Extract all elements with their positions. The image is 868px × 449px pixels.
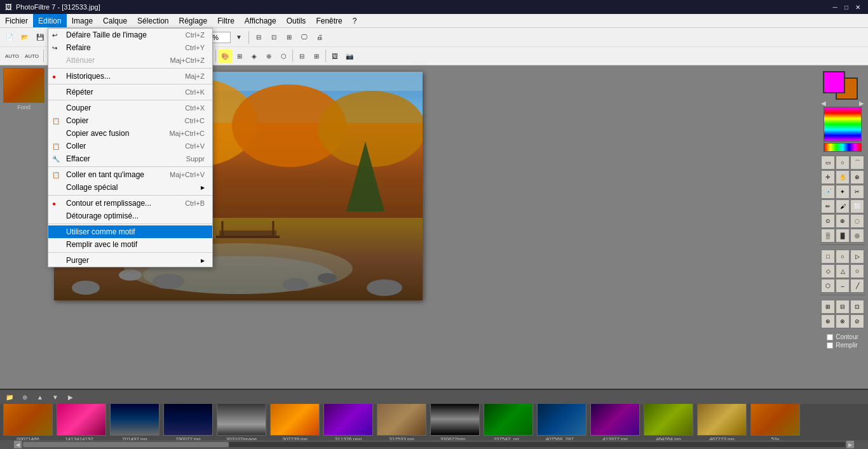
tri-shape-tool[interactable]: ▷: [850, 250, 864, 264]
r2-btn-12[interactable]: 🎨: [218, 49, 232, 63]
film-thumb-413977[interactable]: 413977.jpg: [590, 404, 641, 440]
tb-btn-11[interactable]: ⊡: [267, 30, 281, 44]
film-thumb-330622[interactable]: 330622Into...: [430, 404, 480, 440]
film-thumb-00021466[interactable]: 00021466: [3, 404, 53, 440]
transform-tool-3[interactable]: ⊡: [850, 300, 864, 314]
menu-outils[interactable]: Outils: [281, 14, 311, 27]
copier-item[interactable]: 📋 Copier Ctrl+C: [48, 114, 212, 127]
circle-shape-tool[interactable]: ○: [836, 250, 850, 264]
r2-btn-20[interactable]: 📷: [342, 49, 356, 63]
filmstrip-scrollbar[interactable]: [23, 442, 845, 447]
film-thumb-464264[interactable]: 464264.jpg: [643, 404, 694, 440]
remplir-motif-item[interactable]: Remplir avec le motif: [48, 238, 212, 251]
color-picker[interactable]: [824, 107, 862, 142]
r2-btn-18[interactable]: ⊞: [309, 49, 323, 63]
couper-item[interactable]: Couper Ctrl+X: [48, 102, 212, 114]
film-thumb-312533[interactable]: 312533.jpg: [376, 404, 427, 440]
tb-btn-10[interactable]: ⊟: [252, 30, 266, 44]
color-gradient-bar[interactable]: [824, 143, 862, 152]
film-thumb-311326[interactable]: 311326.png: [323, 404, 374, 440]
filmstrip-btn-1[interactable]: 📁: [3, 390, 17, 404]
menu-edition[interactable]: Edition: [33, 14, 67, 27]
filmstrip-btn-4[interactable]: ▼: [48, 390, 62, 404]
heal-tool[interactable]: ⊕: [836, 214, 850, 228]
film-thumb-307239[interactable]: 307239.jpg: [269, 404, 320, 440]
auto-btn-1[interactable]: AUTO: [3, 49, 22, 63]
zoom-tool[interactable]: ⊕: [850, 170, 864, 184]
maximize-button[interactable]: □: [841, 2, 851, 12]
tb-btn-13[interactable]: 🖵: [297, 30, 311, 44]
menu-fichier[interactable]: Fichier: [0, 14, 33, 27]
arrow-shape-tool[interactable]: △: [836, 264, 850, 278]
utiliser-motif-item[interactable]: Utiliser comme motif: [48, 225, 212, 238]
lasso-tool[interactable]: ⌒: [850, 156, 864, 170]
crop-tool[interactable]: ✂: [850, 185, 864, 199]
filmstrip-btn-5[interactable]: ▶: [64, 390, 78, 404]
transform-tool-6[interactable]: ⊘: [850, 314, 864, 328]
color-swatches[interactable]: [820, 68, 865, 100]
refaire-item[interactable]: ↪ Refaire Ctrl+Y: [48, 41, 212, 54]
select-rect-tool[interactable]: ▭: [821, 156, 835, 170]
film-thumb-1413414192[interactable]: 1413414192...: [56, 404, 107, 440]
line-tool[interactable]: ╱: [850, 279, 864, 293]
poly-shape-tool[interactable]: ⬡: [821, 279, 835, 293]
auto-btn-2[interactable]: AUTO: [22, 49, 41, 63]
scroll-right-btn[interactable]: ▶: [846, 441, 854, 448]
color-nav-right[interactable]: ▶: [859, 100, 864, 107]
save-button[interactable]: 💾: [33, 30, 47, 44]
bezier-tool[interactable]: ⌣: [836, 279, 850, 293]
film-thumb-53x[interactable]: 53x: [750, 404, 801, 440]
remplir-checkbox[interactable]: [827, 342, 833, 349]
r2-btn-16[interactable]: ⬡: [276, 49, 290, 63]
copier-fusion-item[interactable]: Copier avec fusion Maj+Ctrl+C: [48, 127, 212, 140]
transform-tool-4[interactable]: ⊕: [821, 314, 835, 328]
menu-reglage[interactable]: Réglage: [173, 14, 212, 27]
tb-btn-14[interactable]: 🖨: [313, 30, 327, 44]
color-nav-left[interactable]: ◀: [821, 100, 826, 107]
dodge-tool[interactable]: ◎: [850, 229, 864, 243]
eyedropper-tool[interactable]: 💉: [821, 185, 835, 199]
detourage-item[interactable]: Détourage optimisé...: [48, 210, 212, 222]
film-thumb-201492[interactable]: 201492.jpg: [109, 404, 160, 440]
scroll-left-btn[interactable]: ◀: [14, 441, 22, 448]
film-thumb-407568[interactable]: 407568_287...: [536, 404, 587, 440]
layer-thumbnail[interactable]: [3, 68, 44, 103]
coller-item[interactable]: 📋 Coller Ctrl+V: [48, 140, 212, 152]
effacer-item[interactable]: 🔧 Effacer Suppr: [48, 152, 212, 165]
foreground-color[interactable]: [823, 71, 845, 93]
eraser-tool[interactable]: ⬜: [850, 199, 864, 213]
open-button[interactable]: 📂: [18, 30, 32, 44]
film-thumb-303107[interactable]: 303107image: [216, 404, 267, 440]
wand-tool[interactable]: ✦: [836, 185, 850, 199]
hand-tool[interactable]: ✋: [836, 170, 850, 184]
menu-fenetre[interactable]: Fenêtre: [311, 14, 347, 27]
menu-image[interactable]: Image: [67, 14, 98, 27]
gradient-tool[interactable]: ▒: [821, 229, 835, 243]
collage-special-item[interactable]: Collage spécial ▶: [48, 181, 212, 194]
transform-tool-1[interactable]: ⊞: [821, 300, 835, 314]
filmstrip-btn-3[interactable]: ▲: [33, 390, 47, 404]
transform-tool-2[interactable]: ⊟: [836, 300, 850, 314]
film-thumb-467723[interactable]: 467723.jpg: [696, 404, 747, 440]
transform-tool-5[interactable]: ⊗: [836, 314, 850, 328]
rect-shape-tool[interactable]: □: [821, 250, 835, 264]
purger-item[interactable]: Purger ▶: [48, 254, 212, 267]
contour-remplissage-item[interactable]: ● Contour et remplissage... Ctrl+B: [48, 197, 212, 210]
diamond-shape-tool[interactable]: ◇: [821, 264, 835, 278]
contour-checkbox[interactable]: [827, 334, 833, 340]
blur-tool[interactable]: ◌: [850, 214, 864, 228]
select-circle-tool[interactable]: ○: [836, 156, 850, 170]
r2-btn-13[interactable]: ⊞: [233, 49, 247, 63]
clone-tool[interactable]: ⊙: [821, 214, 835, 228]
r2-btn-19[interactable]: 🖼: [328, 49, 342, 63]
coller-image-item[interactable]: 📋 Coller en tant qu'image Maj+Ctrl+V: [48, 168, 212, 181]
zoom-dropdown[interactable]: ▼: [232, 30, 246, 44]
defaire-item[interactable]: ↩ Défaire Taille de l'image Ctrl+Z: [48, 29, 212, 41]
film-thumb-337542[interactable]: 337542_pri...: [483, 404, 534, 440]
r2-btn-15[interactable]: ⊕: [262, 49, 276, 63]
menu-help[interactable]: ?: [348, 14, 362, 27]
repeter-item[interactable]: Répéter Ctrl+K: [48, 86, 212, 98]
filmstrip-btn-2[interactable]: ⊕: [18, 390, 32, 404]
move-tool[interactable]: ✛: [821, 170, 835, 184]
historiques-item[interactable]: ● Historiques... Maj+Z: [48, 70, 212, 83]
